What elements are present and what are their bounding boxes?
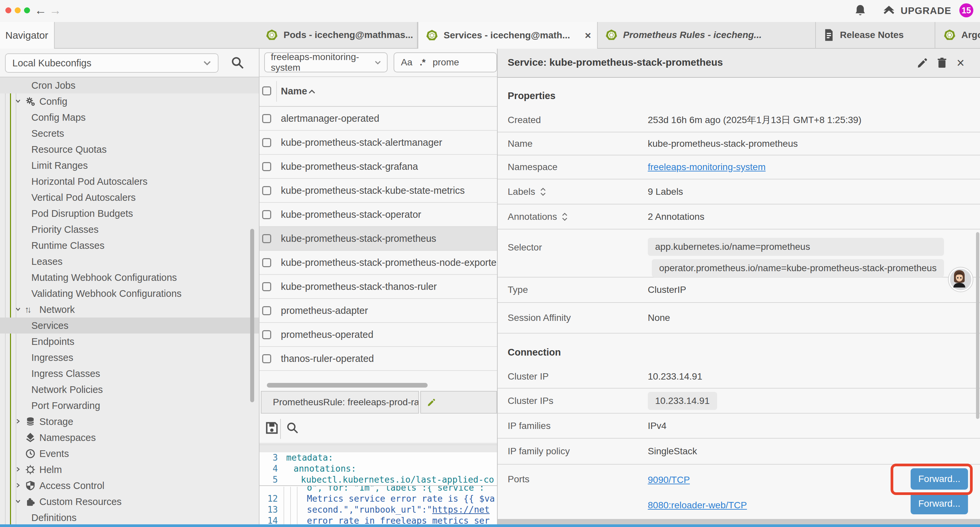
namespace-filter-select[interactable]: freeleaps-monitoring-system (264, 53, 388, 72)
sidebar-item-horizontal-pod-autoscalers[interactable]: Horizontal Pod Autoscalers (0, 174, 259, 189)
table-row[interactable]: kube-prometheus-stack-prometheus-node-ex… (259, 251, 497, 275)
code-link[interactable]: https://net (432, 505, 490, 515)
expand-collapse-icon[interactable] (562, 212, 568, 221)
namespace-link[interactable]: freeleaps-monitoring-system (648, 162, 765, 172)
sidebar-item-access-control[interactable]: Access Control (0, 478, 259, 494)
row-checkbox[interactable] (262, 162, 271, 171)
maximize-window-button[interactable] (24, 7, 30, 13)
sidebar-item-config-maps[interactable]: Config Maps (0, 110, 259, 126)
sidebar-item-definitions[interactable]: Definitions (0, 509, 259, 524)
navigator-panel-tab[interactable]: Navigator (0, 22, 55, 49)
tab-services[interactable]: Services - icecheng@math... × (418, 22, 598, 49)
sidebar-item-runtime-classes[interactable]: Runtime Classes (0, 237, 259, 253)
table-row[interactable]: thanos-ruler-operated (259, 347, 497, 371)
sidebar-scrollbar[interactable] (250, 229, 254, 402)
row-checkbox[interactable] (262, 138, 271, 147)
upgrade-icon[interactable] (882, 4, 896, 18)
sidebar-item-port-forwarding[interactable]: Port Forwarding (0, 398, 259, 414)
sidebar-item-services[interactable]: Services (0, 318, 259, 334)
yaml-editor[interactable]: o", for: "1m", labels :{ service : 3meta… (259, 452, 497, 524)
sidebar-item-events[interactable]: Events (0, 446, 259, 462)
name-column-header[interactable]: Name (281, 86, 307, 97)
notification-count-badge[interactable]: 15 (959, 3, 973, 18)
sidebar-item-mutating-webhook-configurations[interactable]: Mutating Webhook Configurations (0, 269, 259, 285)
select-all-checkbox[interactable] (262, 86, 271, 96)
port-link[interactable]: 9090/TCP (648, 474, 747, 485)
kubeconfig-select[interactable]: Local Kubeconfigs (5, 53, 218, 73)
row-checkbox[interactable] (262, 354, 271, 363)
sidebar-item-limit-ranges[interactable]: Limit Ranges (0, 158, 259, 174)
regex-toggle[interactable]: .* (420, 57, 425, 68)
sidebar-item-config[interactable]: Config (0, 93, 259, 110)
sidebar-item-validating-webhook-configurations[interactable]: Validating Webhook Configurations (0, 285, 259, 301)
forward-port-button[interactable]: Forward... (911, 493, 968, 514)
horizontal-scrollbar[interactable] (267, 383, 428, 388)
table-row[interactable]: kube-prometheus-stack-thanos-ruler (259, 275, 497, 299)
edit-pencil-icon[interactable] (916, 57, 929, 69)
close-tab-icon[interactable]: × (585, 29, 591, 42)
details-scrollbar[interactable] (976, 232, 979, 419)
sidebar-item-vertical-pod-autoscalers[interactable]: Vertical Pod Autoscalers (0, 189, 259, 205)
expand-collapse-icon[interactable] (540, 188, 546, 196)
chevron-right-icon[interactable] (15, 466, 21, 472)
avatar[interactable] (949, 267, 973, 291)
table-row[interactable]: prometheus-operated (259, 323, 497, 347)
chevron-right-icon[interactable] (15, 418, 21, 424)
chevron-right-icon[interactable] (15, 482, 21, 488)
close-window-button[interactable] (5, 7, 11, 13)
sidebar-item-network[interactable]: ↑↓ Network (0, 301, 259, 318)
sidebar-item-ingresses[interactable]: Ingresses (0, 350, 259, 366)
row-checkbox[interactable] (262, 330, 271, 339)
sidebar-item-secrets[interactable]: Secrets (0, 126, 259, 142)
row-checkbox[interactable] (262, 234, 271, 243)
chevron-down-icon[interactable] (15, 306, 21, 312)
row-checkbox[interactable] (262, 258, 271, 267)
table-row-selected[interactable]: kube-prometheus-stack-prometheus (259, 227, 497, 251)
table-row[interactable]: kube-prometheus-stack-kube-state-metrics (259, 179, 497, 203)
sidebar-item-pod-disruption-budgets[interactable]: Pod Disruption Budgets (0, 205, 259, 221)
sidebar-item-namespaces[interactable]: Namespaces (0, 430, 259, 446)
sidebar-item-network-policies[interactable]: Network Policies (0, 382, 259, 398)
editor-search-icon[interactable] (286, 421, 299, 435)
tab-release-notes[interactable]: Release Notes (816, 22, 935, 48)
sidebar-item-endpoints[interactable]: Endpoints (0, 334, 259, 350)
delete-trash-icon[interactable] (936, 57, 948, 69)
table-row[interactable]: kube-prometheus-stack-grafana (259, 155, 497, 179)
sidebar-item-resource-quotas[interactable]: Resource Quotas (0, 142, 259, 158)
selector-badge[interactable]: operator.prometheus.io/name=kube-prometh… (652, 259, 944, 277)
cluster-ips-badge[interactable]: 10.233.14.91 (648, 392, 717, 410)
tab-pods[interactable]: Pods - icecheng@mathmas... (258, 22, 418, 48)
close-panel-icon[interactable]: × (957, 57, 969, 69)
back-icon[interactable]: ← (35, 3, 47, 18)
list-search-input[interactable]: Aa .* prome (394, 53, 497, 72)
row-checkbox[interactable] (262, 186, 271, 195)
forward-icon[interactable]: → (49, 3, 61, 18)
sidebar-item-ingress-classes[interactable]: Ingress Classes (0, 366, 259, 382)
table-row[interactable]: prometheus-adapter (259, 299, 497, 323)
row-checkbox[interactable] (262, 282, 271, 291)
tab-argo[interactable]: Argo Se (936, 22, 980, 48)
sidebar-item-cron-jobs[interactable]: Cron Jobs (0, 77, 259, 93)
sidebar-item-custom-resources[interactable]: Custom Resources (0, 494, 259, 509)
chevron-down-icon[interactable] (15, 498, 21, 504)
notifications-bell-icon[interactable] (854, 4, 867, 18)
save-icon[interactable] (264, 420, 280, 436)
sort-ascending-icon[interactable] (308, 89, 315, 94)
sidebar-search-icon[interactable] (230, 56, 245, 70)
match-case-toggle[interactable]: Aa (401, 57, 412, 68)
port-link[interactable]: 8080:reloader-web/TCP (648, 500, 747, 511)
table-row[interactable]: alertmanager-operated (259, 107, 497, 131)
table-row[interactable]: kube-prometheus-stack-alertmanager (259, 131, 497, 155)
sidebar-item-priority-classes[interactable]: Priority Classes (0, 221, 259, 237)
tab-prometheus-rules[interactable]: Prometheus Rules - icecheng... (598, 22, 816, 48)
upgrade-label[interactable]: UPGRADE (900, 5, 951, 16)
details-horizontal-scrollbar[interactable] (498, 519, 980, 524)
row-checkbox[interactable] (262, 306, 271, 315)
row-checkbox[interactable] (262, 114, 271, 123)
chevron-down-icon[interactable] (15, 98, 21, 104)
sidebar-item-leases[interactable]: Leases (0, 253, 259, 269)
sidebar-item-helm[interactable]: Helm (0, 462, 259, 478)
editor-tab-next[interactable] (420, 391, 497, 414)
row-checkbox[interactable] (262, 210, 271, 219)
sidebar-item-storage[interactable]: Storage (0, 414, 259, 430)
